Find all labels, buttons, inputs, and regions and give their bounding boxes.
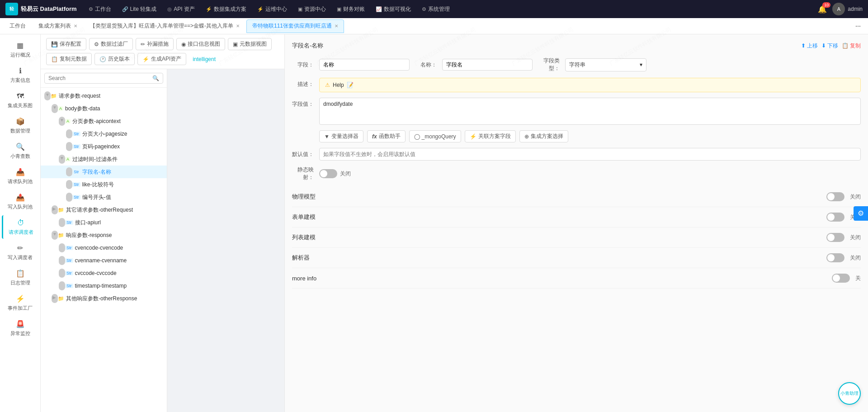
tree-node-other-response[interactable]: ▶ 📁 其他响应参数-otherResponse xyxy=(41,292,167,305)
tree-node-page-apicontext[interactable]: ▼ A 分页参数-apicontext xyxy=(41,115,167,128)
history-button[interactable]: 🕐 历史版本 xyxy=(94,53,135,65)
gen-api-button[interactable]: ⚡ 生成API资产 xyxy=(137,53,186,65)
tree-node-like-compare[interactable]: Str like-比较符号 xyxy=(41,178,167,191)
solution-select-button[interactable]: ⊕ 集成方案选择 xyxy=(519,130,568,142)
notification-count: 10 xyxy=(822,2,830,8)
toggle-other-request[interactable]: ▶ xyxy=(52,205,58,214)
type-select[interactable]: 字符串 ▾ xyxy=(565,58,646,71)
sidebar-item-solution-info[interactable]: ℹ 方案信息 xyxy=(2,63,39,87)
meta-view-button[interactable]: ▣ 元数据视图 xyxy=(228,38,272,50)
table-model-toggle-switch[interactable] xyxy=(826,213,844,222)
nav-visual[interactable]: 📈 数据可视化 xyxy=(371,0,415,18)
tab-more-btn[interactable]: ⋯ xyxy=(852,23,864,29)
node-label: cvccode-cvccode xyxy=(75,270,117,276)
search-icon: 🔍 xyxy=(152,75,159,81)
func-helper-button[interactable]: fx 函数助手 xyxy=(367,130,406,142)
sidebar-item-write-scheduler[interactable]: ✏ 写入调度者 xyxy=(2,241,39,264)
sidebar-item-event-factory[interactable]: ⚡ 事件加工厂 xyxy=(2,291,39,315)
list-model-toggle-switch[interactable] xyxy=(826,233,844,242)
settings-fab[interactable]: ⚙ xyxy=(854,206,868,221)
action-copy[interactable]: 📋 复制 xyxy=(842,42,861,50)
toolbar: 💾 保存配置 ⚙ 数据过滤厂 ✏ 补漏措施 ◉ 接口信息视图 ▣ 元数据视 xyxy=(41,34,284,69)
nav-ops[interactable]: ⚡ 运维中心 xyxy=(253,0,292,18)
tab-close-solution-list[interactable]: ✕ xyxy=(74,24,77,28)
nav-data-collect[interactable]: ⚡ 数据集成方案 xyxy=(201,0,251,18)
sidebar-item-small-query[interactable]: 🔍 小青查数 xyxy=(2,139,39,163)
sidebar-item-data-mgmt[interactable]: 📦 数据管理 xyxy=(2,114,39,137)
var-selector-button[interactable]: ▼ 变量选择器 xyxy=(319,130,363,142)
mongo-query-button[interactable]: ◯ _mongoQuery xyxy=(409,130,461,142)
nav-system[interactable]: ⚙ 系统管理 xyxy=(417,0,454,18)
tree-node-response-params[interactable]: ▼ 📁 响应参数-response xyxy=(41,229,167,242)
tree-node-cvenname[interactable]: Str cvenname-cvenname xyxy=(41,254,167,267)
sidebar-item-log-mgmt[interactable]: 📋 日志管理 xyxy=(2,266,39,289)
tree-node-apiurl[interactable]: Str 接口-apiurl xyxy=(41,216,167,229)
toggle-filter-time[interactable]: ▼ xyxy=(59,155,65,164)
interface-view-button[interactable]: ◉ 接口信息视图 xyxy=(176,38,225,50)
physical-model-toggle-switch[interactable] xyxy=(826,192,844,201)
related-field-button[interactable]: ⚡ 关联方案字段 xyxy=(465,130,516,142)
toggle-other-response[interactable]: ▶ xyxy=(52,294,58,303)
name-input[interactable] xyxy=(442,59,533,71)
sidebar-item-run-overview[interactable]: ▦ 运行概况 xyxy=(2,38,39,62)
tree-node-timestamp[interactable]: Str timestamp-timestamp xyxy=(41,279,167,292)
event-factory-icon: ⚡ xyxy=(16,294,25,303)
toggle-knob6 xyxy=(833,275,840,282)
tree-node-body-params[interactable]: ▼ A body参数-data xyxy=(41,102,167,115)
solution-select-icon: ⊕ xyxy=(524,133,529,140)
nav-api[interactable]: ◎ API 资产 xyxy=(163,0,199,18)
user-menu[interactable]: A admin xyxy=(832,3,863,15)
tree-node-request-params[interactable]: ▼ 📁 请求参数-request xyxy=(41,90,167,102)
tab-dade-supply[interactable]: 帝特物联111张套供应商到旺店通 ✕ xyxy=(246,19,344,33)
field-input[interactable] xyxy=(319,59,410,71)
small-query-icon: 🔍 xyxy=(16,142,25,151)
toggle-body-params[interactable]: ▼ xyxy=(52,104,58,113)
more-info-toggle-switch[interactable] xyxy=(832,274,850,283)
tab-solution-list[interactable]: 集成方案列表 ✕ xyxy=(33,19,83,33)
field-value-box[interactable]: dmodifydate xyxy=(319,98,861,125)
nav-lite[interactable]: 🔗 Lite 轻集成 xyxy=(118,0,161,18)
tree-node-filter-time[interactable]: ▼ A 过滤时间-过滤条件 xyxy=(41,153,167,166)
describe-label: 描述： xyxy=(292,81,314,88)
app-logo[interactable]: 轻 轻易云 DataPlatform xyxy=(5,3,77,15)
toggle-request-params[interactable]: ▼ xyxy=(44,91,51,100)
sidebar-item-request-pool[interactable]: 📥 请求队列池 xyxy=(2,165,39,188)
edit-icon[interactable]: 📝 xyxy=(347,82,354,88)
action-down[interactable]: ⬇ 下移 xyxy=(821,42,838,50)
tree-node-cvccode[interactable]: Str cvccode-cvccode xyxy=(41,267,167,279)
search-input[interactable] xyxy=(48,75,152,81)
sidebar-item-write-pool[interactable]: 📤 写入队列池 xyxy=(2,190,39,213)
tree-node-pageindex[interactable]: Str 页码-pageindex xyxy=(41,140,167,153)
tab-type-return[interactable]: 【类型退货预入库】旺店通-入库单管理==>金蝶-其他入库单 ✕ xyxy=(84,19,245,33)
sidebar-item-collection-map[interactable]: 🗺 集成关系图 xyxy=(2,89,39,112)
tree-node-pagesize[interactable]: Str 分页大小-pagesize xyxy=(41,128,167,140)
parser-toggle-switch[interactable] xyxy=(826,253,844,262)
ai-assistant[interactable]: 小青助理 xyxy=(838,382,861,405)
default-input[interactable] xyxy=(319,148,861,161)
nav-resource[interactable]: ▣ 资源中心 xyxy=(293,0,330,18)
intelligent-button[interactable]: intelligent xyxy=(189,54,219,64)
sidebar-item-anomaly-monitor[interactable]: 🚨 异常监控 xyxy=(2,317,39,340)
copy-meta-button[interactable]: 📋 复制元数据 xyxy=(46,53,92,65)
tab-close-type-return[interactable]: ✕ xyxy=(236,24,240,28)
nav-finance[interactable]: ▣ 财务对账 xyxy=(332,0,369,18)
action-up[interactable]: ⬆ 上移 xyxy=(801,42,818,50)
data-filter-button[interactable]: ⚙ 数据过滤厂 xyxy=(89,38,133,50)
supplement-button[interactable]: ✏ 补漏措施 xyxy=(136,38,174,50)
save-config-button[interactable]: 💾 保存配置 xyxy=(46,38,86,50)
tree-node-field-name[interactable]: Str 字段名-名称 xyxy=(41,166,167,178)
toggle-response-params[interactable]: ▼ xyxy=(52,231,58,240)
search-input-wrap[interactable]: 🔍 xyxy=(44,73,163,84)
lite-icon: 🔗 xyxy=(122,6,128,12)
tree-node-code-value[interactable]: Str 编号开头-值 xyxy=(41,191,167,204)
toggle-page-apicontext[interactable]: ▼ xyxy=(59,117,65,126)
tab-close-dade-supply[interactable]: ✕ xyxy=(335,24,338,28)
tree-node-cvencode[interactable]: Str cvencode-cvencode xyxy=(41,242,167,254)
notification-bell[interactable]: 🔔 10 xyxy=(818,5,827,14)
section-parser-title: 解析器 xyxy=(292,254,310,262)
nav-workbench[interactable]: ⚙ 工作台 xyxy=(84,0,116,18)
tree-node-other-request[interactable]: ▶ 📁 其它请求参数-otherRequest xyxy=(41,204,167,216)
static-mapping-toggle-switch[interactable] xyxy=(319,169,337,178)
tab-workbench[interactable]: 工作台 xyxy=(4,19,32,33)
sidebar-item-request-scheduler[interactable]: ⏱ 请求调度者 xyxy=(2,215,39,239)
